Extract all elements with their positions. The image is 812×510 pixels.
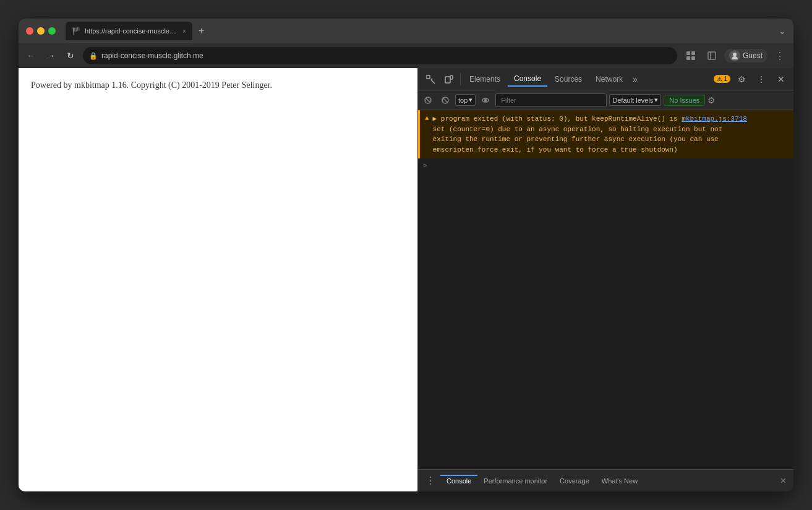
devtools-tab-network[interactable]: Network: [589, 72, 629, 86]
maximize-button[interactable]: [48, 27, 56, 35]
bottom-tab-whats-new[interactable]: What's New: [596, 475, 644, 487]
devtools-tab-sources[interactable]: Sources: [549, 72, 588, 86]
address-input[interactable]: 🔒 rapid-concise-muscle.glitch.me: [83, 47, 677, 64]
devtools-settings-icon[interactable]: ⚙: [733, 71, 750, 88]
devtools-toolbar-right: ⚠ 1 ⚙ ⋮ ✕: [714, 71, 790, 88]
svg-rect-9: [450, 76, 453, 79]
console-warning-message: ▲ ▶ program exited (with status: 0), but…: [418, 110, 793, 158]
title-bar-right: ⌄: [779, 26, 786, 36]
svg-rect-1: [691, 51, 695, 55]
profile-avatar: [729, 50, 740, 61]
svg-point-6: [733, 53, 737, 56]
clear-console-icon[interactable]: [421, 93, 435, 108]
minimize-button[interactable]: [37, 27, 45, 35]
tab-bar: 🏴 https://rapid-concise-muscle.g... × +: [66, 22, 774, 40]
lock-icon: 🔒: [89, 52, 98, 60]
svg-rect-7: [427, 76, 430, 79]
browser-window: 🏴 https://rapid-concise-muscle.g... × + …: [19, 19, 793, 491]
profile-button[interactable]: Guest: [724, 49, 767, 63]
bottom-tab-console[interactable]: Console: [440, 475, 477, 487]
levels-arrow: ▾: [654, 96, 658, 104]
tab-close-button[interactable]: ×: [182, 28, 186, 35]
page-text: Powered by mkbitmap 1.16. Copyright (C) …: [31, 80, 405, 90]
chrome-menu-icon[interactable]: ⋮: [771, 47, 788, 64]
forward-button[interactable]: →: [43, 48, 58, 63]
console-settings-icon[interactable]: ⚙: [707, 95, 716, 105]
svg-rect-4: [708, 52, 716, 59]
context-arrow: ▾: [469, 96, 472, 104]
toolbar-separator: [460, 73, 461, 85]
url-text: rapid-concise-muscle.glitch.me: [101, 51, 671, 60]
back-button[interactable]: ←: [24, 48, 38, 63]
browser-tab[interactable]: 🏴 https://rapid-concise-muscle.g... ×: [66, 22, 192, 40]
bottom-bar-close-icon[interactable]: ×: [776, 475, 791, 486]
no-issues-badge: No Issues: [664, 95, 705, 106]
warning-badge[interactable]: ⚠ 1: [714, 75, 730, 83]
log-levels-select[interactable]: Default levels ▾: [609, 94, 661, 106]
warning-source-link[interactable]: mkbitmap.js:3718: [682, 115, 747, 123]
extensions-icon[interactable]: [682, 47, 699, 64]
profile-label: Guest: [743, 51, 763, 60]
page-content: Powered by mkbitmap 1.16. Copyright (C) …: [19, 68, 417, 491]
warning-text-3: exiting the runtime or preventing furthe…: [433, 136, 719, 143]
tab-favicon: 🏴: [72, 27, 81, 35]
devtools-close-icon[interactable]: ✕: [772, 71, 790, 88]
devtools-tab-console[interactable]: Console: [508, 72, 547, 87]
devtools-more-icon[interactable]: ⋮: [753, 71, 770, 88]
warning-text-4: emscripten_force_exit, if you want to fo…: [433, 146, 678, 153]
warning-icon-small: ⚠: [717, 76, 722, 82]
svg-line-13: [443, 98, 448, 103]
console-output: ▲ ▶ program exited (with status: 0), but…: [418, 110, 793, 469]
devtools-more-tabs-icon[interactable]: »: [630, 74, 640, 84]
svg-rect-8: [445, 77, 450, 83]
title-bar: 🏴 https://rapid-concise-muscle.g... × + …: [19, 19, 793, 43]
warning-expand-arrow[interactable]: ▶: [433, 115, 441, 123]
address-bar: ← → ↻ 🔒 rapid-concise-muscle.glitch.me G…: [19, 43, 793, 68]
close-button[interactable]: [26, 27, 33, 35]
address-bar-right: Guest ⋮: [682, 47, 788, 64]
context-select[interactable]: top ▾: [455, 94, 476, 106]
bottom-tab-performance-monitor[interactable]: Performance monitor: [477, 475, 553, 487]
inspect-element-icon[interactable]: [422, 71, 439, 88]
console-input-prompt[interactable]: >: [418, 158, 793, 173]
warning-text-1: program exited (with status: 0), but kee…: [441, 115, 682, 123]
device-toggle-icon[interactable]: [440, 71, 458, 88]
devtools-toolbar2: top ▾ Default levels ▾ No Issues ⚙: [418, 90, 793, 110]
main-content: Powered by mkbitmap 1.16. Copyright (C) …: [19, 68, 793, 491]
new-tab-button[interactable]: +: [195, 25, 208, 37]
devtools-toolbar: Elements Console Sources Network » ⚠ 1 ⚙…: [418, 68, 793, 90]
svg-point-15: [485, 99, 487, 101]
reload-button[interactable]: ↻: [63, 48, 78, 63]
warning-count: 1: [724, 76, 727, 82]
svg-rect-0: [686, 51, 690, 55]
bottom-menu-icon[interactable]: ⋮: [421, 475, 440, 486]
warning-text-2: set (counter=0) due to an async operatio…: [433, 126, 723, 133]
console-filter-input[interactable]: [495, 93, 607, 107]
traffic-lights: [26, 27, 56, 35]
context-label: top: [458, 97, 468, 104]
devtools-tab-elements[interactable]: Elements: [463, 72, 506, 86]
window-menu-icon[interactable]: ⌄: [779, 26, 786, 36]
prompt-arrow-icon: >: [423, 162, 427, 170]
svg-rect-2: [686, 56, 690, 60]
warning-message-body: ▶ program exited (with status: 0), but k…: [433, 114, 788, 155]
warning-triangle-icon: ▲: [425, 115, 429, 122]
bottom-tab-coverage[interactable]: Coverage: [553, 475, 596, 487]
tab-title: https://rapid-concise-muscle.g...: [85, 27, 177, 35]
devtools-panel: Elements Console Sources Network » ⚠ 1 ⚙…: [417, 68, 793, 491]
svg-line-11: [426, 98, 430, 102]
block-icon[interactable]: [438, 93, 453, 108]
svg-rect-3: [691, 56, 695, 60]
levels-label: Default levels: [612, 97, 653, 104]
sidebar-icon[interactable]: [703, 47, 720, 64]
eye-icon[interactable]: [478, 93, 493, 108]
devtools-bottom-bar: ⋮ Console Performance monitor Coverage W…: [418, 469, 793, 491]
